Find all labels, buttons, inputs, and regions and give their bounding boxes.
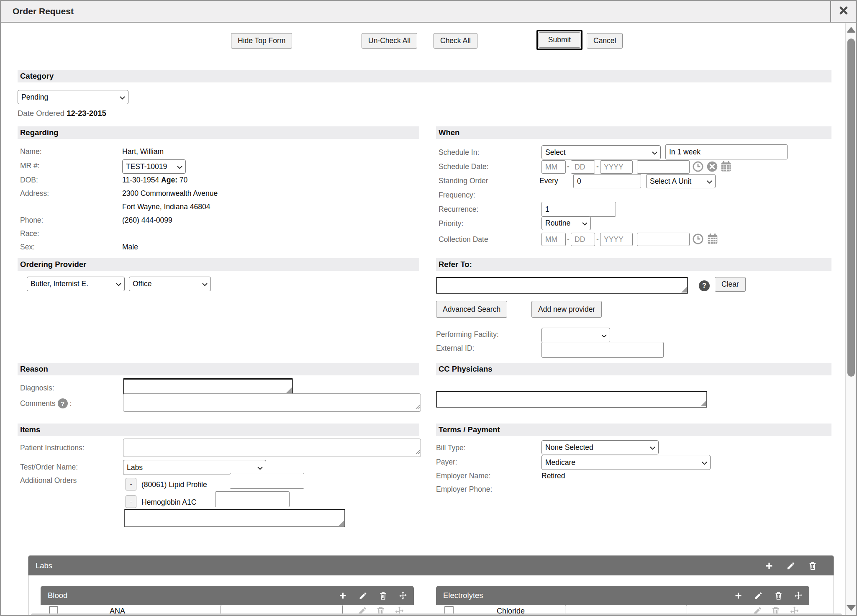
terms-payment-header: Terms / Payment <box>436 424 831 436</box>
help-icon[interactable]: ? <box>58 398 68 408</box>
employer-name-value: Retired <box>541 472 565 480</box>
performing-facility-select[interactable] <box>541 328 610 343</box>
priority-label: Priority: <box>439 219 463 228</box>
provider-select[interactable]: Butler, Internist E. <box>27 277 125 291</box>
check-all-button[interactable]: Check All <box>434 33 477 49</box>
schedule-date-dd-input[interactable]: DD <box>571 160 595 174</box>
every-label: Every <box>539 177 558 185</box>
refer-to-search-input[interactable] <box>436 277 688 294</box>
dob-value: 11-30-1954 Age: 70 <box>122 176 187 185</box>
blood-group-header: Blood <box>41 586 414 605</box>
resize-grip-icon[interactable] <box>415 403 420 411</box>
clock-icon[interactable] <box>692 161 704 174</box>
dialog-titlebar: Order Request <box>1 1 856 23</box>
comments-textarea[interactable] <box>123 393 421 412</box>
race-label: Race: <box>20 229 39 238</box>
add-icon[interactable] <box>733 591 743 600</box>
order-request-dialog: Order Request Hide Top Form Un-Check All… <box>0 0 857 616</box>
delete-icon[interactable] <box>378 591 388 600</box>
unit-select[interactable]: Select A Unit <box>646 174 716 188</box>
patient-instructions-label: Patient Instructions: <box>20 444 85 452</box>
calendar-icon[interactable] <box>706 232 719 246</box>
diagnosis-input[interactable] <box>123 378 293 394</box>
order-item-input[interactable] <box>215 491 290 507</box>
remove-order-button[interactable]: - <box>126 495 136 508</box>
submit-button[interactable]: Submit <box>539 32 580 48</box>
address-line2: Fort Wayne, Indiana 46804 <box>122 203 210 211</box>
add-icon[interactable] <box>764 561 774 570</box>
scroll-down-button[interactable] <box>847 605 856 611</box>
payer-label: Payer: <box>436 458 457 467</box>
collection-date-dd-input[interactable]: DD <box>571 233 595 246</box>
dialog-title: Order Request <box>13 1 74 22</box>
name-label: Name: <box>20 147 42 156</box>
schedule-in-select[interactable]: Select <box>541 145 661 159</box>
edit-icon[interactable] <box>753 591 763 600</box>
age-label: Age: <box>161 176 177 184</box>
remove-order-button[interactable]: - <box>126 478 136 490</box>
clear-date-icon[interactable] <box>706 161 718 174</box>
hide-top-form-button[interactable]: Hide Top Form <box>231 33 292 49</box>
bill-type-label: Bill Type: <box>436 444 466 452</box>
provider-location-select[interactable]: Office <box>129 277 211 291</box>
clear-button[interactable]: Clear <box>715 277 746 292</box>
move-icon[interactable] <box>398 591 408 600</box>
bill-type-select[interactable]: None Selected <box>541 440 659 454</box>
refer-to-header: Refer To: <box>436 258 831 271</box>
horizontal-scrollbar[interactable] <box>31 613 842 616</box>
scrollbar-thumb[interactable] <box>847 38 855 377</box>
chevron-down-icon <box>652 148 657 157</box>
move-icon[interactable] <box>793 591 803 600</box>
triangle-down-icon <box>847 605 856 611</box>
resize-grip-icon[interactable] <box>415 448 420 456</box>
edit-icon[interactable] <box>358 591 368 600</box>
employer-name-label: Employer Name: <box>436 472 490 480</box>
delete-icon[interactable] <box>773 591 783 600</box>
add-new-provider-button[interactable]: Add new provider <box>531 301 602 318</box>
cc-physicians-input[interactable] <box>436 391 707 408</box>
chevron-down-icon <box>707 177 712 186</box>
advanced-search-button[interactable]: Advanced Search <box>436 301 507 318</box>
cc-physicians-header: CC Physicians <box>436 363 831 375</box>
delete-icon[interactable] <box>808 561 818 570</box>
help-icon[interactable]: ? <box>699 280 710 291</box>
collection-date-time-input[interactable] <box>637 233 690 246</box>
scroll-up-button[interactable] <box>847 27 856 33</box>
mr-select[interactable]: TEST-10019 <box>122 159 186 174</box>
schedule-date-time-input[interactable] <box>637 160 690 174</box>
category-header: Category <box>18 70 831 82</box>
additional-orders-input[interactable] <box>124 509 345 527</box>
electrolytes-group-header: Electrolytes <box>436 586 809 605</box>
schedule-in-label: Schedule In: <box>439 148 479 157</box>
add-icon[interactable] <box>338 591 348 600</box>
recurrence-input[interactable]: 1 <box>541 202 616 217</box>
chevron-down-icon <box>116 280 121 288</box>
schedule-in-text-input[interactable]: In 1 week <box>665 144 788 159</box>
payer-select[interactable]: Medicare <box>541 455 711 470</box>
priority-select[interactable]: Routine <box>541 216 591 230</box>
date-dash: - <box>567 235 570 244</box>
external-id-input[interactable] <box>541 342 664 358</box>
date-dash: - <box>596 235 599 244</box>
schedule-date-mm-input[interactable]: MM <box>541 160 566 174</box>
order-item-input[interactable] <box>230 473 304 489</box>
patient-instructions-textarea[interactable] <box>123 439 421 457</box>
cancel-button[interactable]: Cancel <box>587 33 623 49</box>
chevron-down-icon <box>702 458 707 467</box>
clock-icon[interactable] <box>692 233 704 246</box>
collection-date-yyyy-input[interactable]: YYYY <box>600 233 633 246</box>
edit-icon[interactable] <box>786 561 796 570</box>
schedule-date-yyyy-input[interactable]: YYYY <box>600 160 633 174</box>
close-button[interactable] <box>830 1 856 22</box>
uncheck-all-button[interactable]: Un-Check All <box>362 33 417 49</box>
every-input[interactable]: 0 <box>573 174 641 188</box>
labs-panel-title: Labs <box>36 561 52 570</box>
additional-orders-label: Additional Orders <box>20 476 77 485</box>
category-select[interactable]: Pending <box>18 90 128 104</box>
chevron-down-icon <box>601 331 607 340</box>
close-icon <box>839 5 849 17</box>
calendar-icon[interactable] <box>720 160 732 174</box>
chevron-down-icon <box>120 93 125 102</box>
collection-date-mm-input[interactable]: MM <box>541 233 566 246</box>
standing-order-label: Standing Order <box>439 177 488 185</box>
